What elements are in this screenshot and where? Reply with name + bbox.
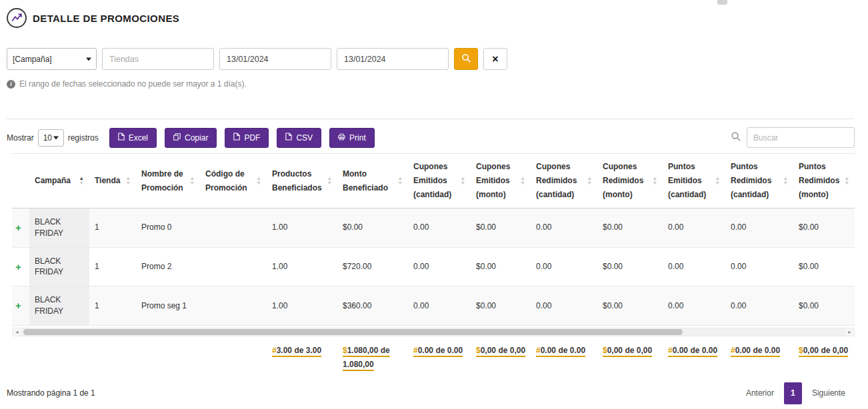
column-header-coupons-issued-amount[interactable]: Cupones Emitidos (monto) ▲▼ bbox=[471, 154, 531, 208]
column-header-products[interactable]: Productos Beneficiados ▲▼ bbox=[267, 154, 337, 208]
cell-coupons-issued-qty: 0.00 bbox=[408, 247, 471, 286]
expand-cell: + bbox=[12, 247, 29, 286]
sort-icon: ▲▼ bbox=[715, 177, 720, 186]
chart-line-icon bbox=[7, 8, 27, 28]
cell-points-redeemed-amount: $0.00 bbox=[793, 286, 855, 326]
expand-cell: + bbox=[12, 208, 29, 248]
sort-icon: ▲▼ bbox=[398, 177, 403, 186]
info-icon: i bbox=[7, 80, 15, 89]
column-header-campaign[interactable]: Campaña ▲▼ bbox=[29, 154, 89, 208]
sort-icon: ▲▼ bbox=[587, 177, 592, 186]
pdf-button[interactable]: PDF bbox=[225, 128, 269, 148]
sort-icon: ▲▼ bbox=[783, 177, 788, 186]
cell-coupons-redeemed-amount: $0.00 bbox=[597, 286, 663, 326]
expand-cell: + bbox=[12, 286, 29, 326]
pagination-page-1[interactable]: 1 bbox=[784, 382, 802, 404]
horizontal-scrollbar[interactable]: ◄ ► bbox=[12, 328, 855, 336]
datatable-section: Mostrar 10 registros Excel bbox=[7, 119, 855, 404]
cell-points-redeemed-amount: $0.00 bbox=[793, 208, 855, 248]
pdf-file-icon bbox=[233, 133, 240, 143]
cell-promo-code bbox=[200, 247, 267, 286]
sort-icon: ▲▼ bbox=[653, 177, 657, 186]
column-header-points-redeemed-qty[interactable]: Puntos Redimidos (cantidad) ▲▼ bbox=[725, 154, 793, 208]
page-size-control: Mostrar 10 registros bbox=[7, 129, 99, 147]
table-toolbar: Mostrar 10 registros Excel bbox=[7, 127, 855, 148]
column-header-coupons-redeemed-amount[interactable]: Cupones Redimidos (monto) ▲▼ bbox=[597, 154, 663, 208]
column-header-promo-name[interactable]: Nombre de Promoción ▲▼ bbox=[136, 154, 200, 208]
filter-bar: [Campaña] × bbox=[7, 48, 855, 70]
scrollbar-artifact bbox=[717, 0, 727, 5]
cell-campaign: BLACK FRIDAY bbox=[29, 247, 89, 286]
cell-campaign: BLACK FRIDAY bbox=[29, 208, 89, 248]
campaign-select[interactable]: [Campaña] bbox=[7, 48, 97, 70]
expand-row-icon[interactable]: + bbox=[15, 261, 21, 272]
scroll-left-icon[interactable]: ◄ bbox=[13, 330, 21, 334]
cell-products: 1.00 bbox=[267, 208, 337, 248]
csv-file-icon bbox=[285, 133, 292, 143]
scroll-right-icon[interactable]: ► bbox=[845, 330, 854, 334]
copy-button[interactable]: Copiar bbox=[165, 128, 217, 148]
column-header-store[interactable]: Tienda ▲▼ bbox=[89, 154, 136, 208]
page-size-select[interactable]: 10 bbox=[38, 129, 64, 147]
expand-row-icon[interactable]: + bbox=[15, 222, 21, 233]
stores-input[interactable] bbox=[102, 48, 214, 70]
column-header-promo-code[interactable]: Código de Promoción ▲▼ bbox=[200, 154, 267, 208]
date-from-input[interactable] bbox=[219, 48, 331, 70]
table-row: + BLACK FRIDAY 1 Promo 0 1.00 $0.00 0.00… bbox=[12, 208, 855, 248]
sort-icon: ▲▼ bbox=[126, 177, 131, 186]
scrollbar-track[interactable] bbox=[21, 328, 845, 336]
total-coupons-redeemed-amount: $0,00 de 0,00 bbox=[597, 339, 663, 378]
expand-row-icon[interactable]: + bbox=[15, 300, 21, 311]
cell-amount: $360.00 bbox=[337, 286, 408, 326]
table-row: + BLACK FRIDAY 1 Promo 2 1.00 $720.00 0.… bbox=[12, 247, 855, 286]
pagination: Anterior 1 Siguiente bbox=[746, 382, 845, 404]
excel-button[interactable]: Excel bbox=[109, 128, 157, 148]
cell-products: 1.00 bbox=[267, 286, 337, 326]
total-products: #3.00 de 3.00 bbox=[267, 339, 337, 378]
search-icon bbox=[461, 53, 471, 65]
cell-store: 1 bbox=[89, 208, 136, 248]
clear-filters-button[interactable]: × bbox=[483, 48, 507, 70]
note-text: El rango de fechas seleccionado no puede… bbox=[19, 79, 247, 89]
sort-icon: ▲▼ bbox=[327, 177, 332, 186]
print-button[interactable]: Print bbox=[329, 128, 375, 148]
cell-points-redeemed-amount: $0.00 bbox=[793, 247, 855, 286]
promotions-detail-page: DETALLE DE PROMOCIONES [Campaña] × i E bbox=[0, 0, 868, 404]
scrollbar-thumb[interactable] bbox=[23, 329, 683, 335]
cell-promo-code bbox=[200, 208, 267, 248]
pagination-next[interactable]: Siguiente bbox=[812, 388, 845, 398]
date-to-input[interactable] bbox=[337, 48, 449, 70]
total-coupons-redeemed-qty: #0.00 de 0.00 bbox=[531, 339, 597, 378]
cell-coupons-redeemed-qty: 0.00 bbox=[531, 286, 597, 326]
column-header-amount[interactable]: Monto Beneficiado ▲▼ bbox=[337, 154, 408, 208]
column-header-points-redeemed-amount[interactable]: Puntos Redimidos (monto) ▲▼ bbox=[793, 154, 855, 208]
cell-coupons-issued-qty: 0.00 bbox=[408, 208, 471, 248]
column-header-points-issued-qty[interactable]: Puntos Emitidos (cantidad) ▲▼ bbox=[663, 154, 725, 208]
table-row: + BLACK FRIDAY 1 Promo seg 1 1.00 $360.0… bbox=[12, 286, 855, 326]
sort-icon: ▲▼ bbox=[521, 177, 525, 186]
cell-amount: $0.00 bbox=[337, 208, 408, 248]
cell-coupons-redeemed-qty: 0.00 bbox=[531, 247, 597, 286]
cell-points-issued-qty: 0.00 bbox=[663, 208, 725, 248]
totals-row: #3.00 de 3.00 $1.080,00 de 1.080,00 #0.0… bbox=[12, 339, 855, 378]
total-coupons-issued-amount: $0,00 de 0,00 bbox=[471, 339, 531, 378]
cell-promo-code bbox=[200, 286, 267, 326]
cell-promo-name: Promo seg 1 bbox=[136, 286, 200, 326]
pagination-previous[interactable]: Anterior bbox=[746, 388, 774, 398]
cell-coupons-issued-qty: 0.00 bbox=[408, 286, 471, 326]
csv-button[interactable]: CSV bbox=[277, 128, 321, 148]
promotions-table: Campaña ▲▼ Tienda ▲▼ Nombre de Promoción… bbox=[12, 153, 855, 326]
sort-icon: ▲▼ bbox=[190, 177, 195, 186]
sort-icon: ▲▼ bbox=[257, 177, 261, 186]
cell-coupons-issued-amount: $0.00 bbox=[471, 286, 531, 326]
cell-points-issued-qty: 0.00 bbox=[663, 286, 725, 326]
column-header-coupons-redeemed-qty[interactable]: Cupones Redimidos (cantidad) ▲▼ bbox=[531, 154, 597, 208]
column-header-coupons-issued-qty[interactable]: Cupones Emitidos (cantidad) ▲▼ bbox=[408, 154, 471, 208]
sort-asc-icon: ▲▼ bbox=[79, 177, 84, 186]
total-points-issued-qty: #0.00 de 0.00 bbox=[663, 339, 725, 378]
cell-points-issued-qty: 0.00 bbox=[663, 247, 725, 286]
cell-promo-name: Promo 0 bbox=[136, 208, 200, 248]
search-button[interactable] bbox=[454, 48, 478, 70]
table-search-input[interactable] bbox=[747, 127, 855, 148]
cell-promo-name: Promo 2 bbox=[136, 247, 200, 286]
